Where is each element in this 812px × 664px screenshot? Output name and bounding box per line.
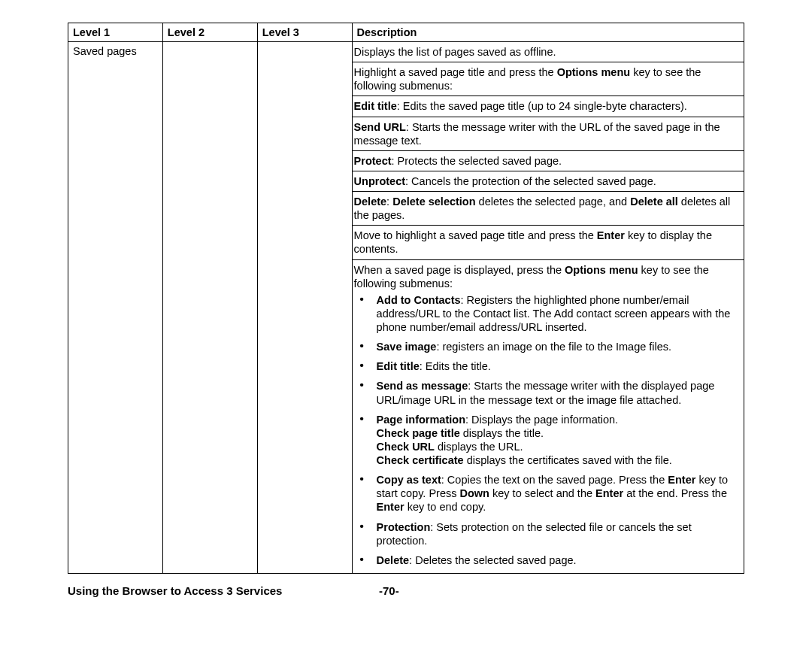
text: displays the URL.: [435, 441, 523, 453]
text: When a saved page is displayed, press th…: [354, 264, 565, 276]
header-description: Description: [352, 23, 744, 42]
page-footer: Using the Browser to Access 3 Services -…: [68, 584, 744, 597]
list-item: Copy as text: Copies the text on the sav…: [374, 470, 742, 517]
bold-text: Delete selection: [392, 196, 475, 208]
bold-text: Protect: [354, 155, 392, 167]
bold-text: Add to Contacts: [377, 294, 461, 306]
text: key to select and the: [489, 487, 595, 499]
text: Displays the list of pages saved as offl…: [354, 46, 556, 58]
list-item: Edit title: Edits the title.: [374, 356, 742, 376]
bold-text: Protection: [377, 521, 431, 533]
list-item: Save image: registers an image on the fi…: [374, 337, 742, 356]
text: Highlight a saved page title and press t…: [354, 66, 557, 78]
submenu-list: Add to Contacts: Registers the highlight…: [354, 290, 742, 570]
header-level-1: Level 1: [68, 23, 163, 42]
header-level-3: Level 3: [257, 23, 352, 42]
bold-text: Enter: [668, 474, 695, 486]
bold-text: Options menu: [565, 264, 638, 276]
bold-text: Check page title: [377, 427, 460, 439]
bold-text: Options menu: [557, 66, 630, 78]
cell-description: Displays the list of pages saved as offl…: [352, 42, 744, 574]
table-header-row: Level 1 Level 2 Level 3 Description: [68, 23, 744, 42]
bold-text: Delete all: [630, 196, 678, 208]
list-item: Protection: Sets protection on the selec…: [374, 517, 742, 550]
footer-section-title: Using the Browser to Access 3 Services: [68, 584, 379, 597]
menu-levels-table: Level 1 Level 2 Level 3 Description Save…: [68, 23, 744, 574]
text: : Protects the selected saved page.: [392, 155, 562, 167]
text: :: [386, 196, 392, 208]
cell-level-1: Saved pages: [68, 42, 163, 574]
bold-text: Delete: [354, 196, 387, 208]
text: : Cancels the protection of the selected…: [405, 175, 656, 187]
desc-paragraph: Displays the list of pages saved as offl…: [353, 42, 744, 62]
bold-text: Delete: [377, 554, 410, 566]
text: deletes the selected page, and: [476, 196, 631, 208]
table-row: Saved pages Displays the list of pages s…: [68, 42, 744, 574]
bold-text: Down: [460, 487, 489, 499]
bold-text: Send as message: [377, 380, 468, 392]
desc-paragraph: Unprotect: Cancels the protection of the…: [353, 171, 744, 192]
cell-level-2: [162, 42, 257, 574]
list-item: Add to Contacts: Registers the highlight…: [374, 290, 742, 337]
text: Move to highlight a saved page title and…: [354, 229, 597, 241]
text: : Deletes the selected saved page.: [409, 554, 576, 566]
document-page: Level 1 Level 2 Level 3 Description Save…: [0, 0, 812, 620]
list-item: Send as message: Starts the message writ…: [374, 376, 742, 409]
desc-paragraph: Delete: Delete selection deletes the sel…: [353, 192, 744, 226]
desc-paragraph: Edit title: Edits the saved page title (…: [353, 96, 744, 117]
bold-text: Edit title: [354, 100, 397, 112]
text: displays the certificates saved with the…: [464, 454, 672, 466]
bold-text: Page information: [377, 414, 465, 426]
desc-paragraph: When a saved page is displayed, press th…: [353, 260, 744, 573]
list-item: Page information: Displays the page info…: [374, 410, 742, 471]
bold-text: Check certificate: [377, 454, 464, 466]
bold-text: Copy as text: [377, 474, 441, 486]
bold-text: Send URL: [354, 121, 406, 133]
bold-text: Save image: [377, 341, 437, 353]
text: : registers an image on the file to the …: [436, 341, 671, 353]
text: key to end copy.: [404, 501, 486, 513]
cell-level-3: [257, 42, 352, 574]
desc-paragraph: Highlight a saved page title and press t…: [353, 62, 744, 96]
text: displays the title.: [460, 427, 544, 439]
text: at the end. Press the: [623, 487, 727, 499]
text: : Displays the page information.: [465, 414, 618, 426]
desc-paragraph: Protect: Protects the selected saved pag…: [353, 151, 744, 171]
bold-text: Check URL: [377, 441, 435, 453]
footer-page-number: -70-: [379, 584, 399, 597]
bold-text: Enter: [595, 487, 623, 499]
bold-text: Enter: [597, 229, 625, 241]
text: : Edits the saved page title (up to 24 s…: [397, 100, 687, 112]
list-item: Delete: Deletes the selected saved page.: [374, 550, 742, 570]
bold-text: Enter: [377, 501, 404, 513]
text: : Copies the text on the saved page. Pre…: [441, 474, 668, 486]
desc-paragraph: Send URL: Starts the message writer with…: [353, 117, 744, 151]
header-level-2: Level 2: [162, 23, 257, 42]
bold-text: Unprotect: [354, 175, 405, 187]
bold-text: Edit title: [377, 360, 420, 372]
desc-paragraph: Move to highlight a saved page title and…: [353, 226, 744, 259]
text: : Edits the title.: [420, 360, 491, 372]
text: : Starts the message writer with the URL…: [354, 121, 720, 147]
